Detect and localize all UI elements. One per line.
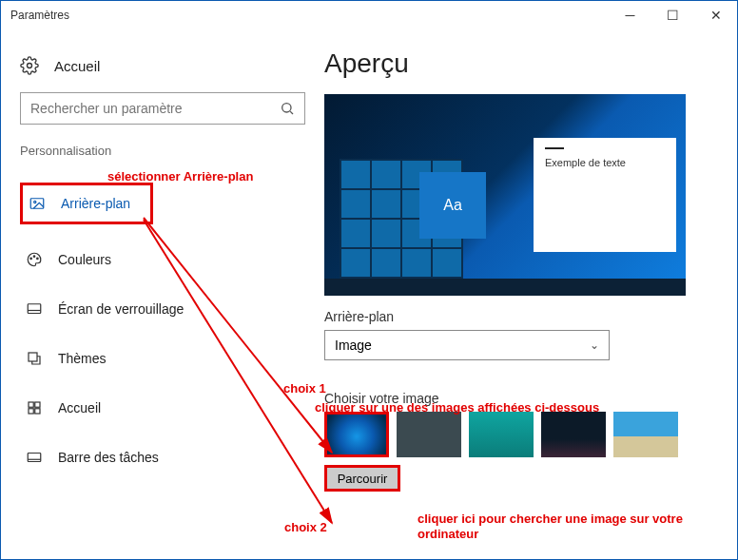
thumbnail-3[interactable] [469,412,534,457]
titlebar: Paramètres ─ ☐ ✕ [1,1,737,29]
svg-point-6 [33,256,35,258]
browse-label: Parcourir [338,472,388,486]
svg-point-0 [28,64,32,68]
svg-rect-10 [29,353,37,361]
browse-button[interactable]: Parcourir [324,465,400,492]
sidebar-item-label: Arrière-plan [61,196,130,211]
svg-rect-8 [28,304,41,314]
thumbnail-4[interactable] [541,412,606,457]
main-panel: Aperçu Aa Exemple de texte Arrière-plan … [324,29,737,557]
window-title: Paramètres [10,9,69,22]
svg-point-1 [282,104,291,112]
chevron-down-icon: ⌄ [590,338,599,352]
svg-rect-12 [35,402,40,407]
taskbar-icon [26,449,43,466]
search-field[interactable] [30,101,280,116]
svg-line-2 [290,111,293,114]
svg-rect-14 [35,409,40,414]
sidebar-item-taskbar[interactable]: Barre des tâches [20,439,305,475]
preview-taskbar [324,279,686,296]
sidebar-home[interactable]: Accueil [20,48,305,92]
sidebar-item-background[interactable]: Arrière-plan [20,183,153,224]
svg-rect-3 [30,199,44,209]
dropdown-value: Image [335,338,372,353]
thumbnail-2[interactable] [397,412,461,457]
sidebar-item-label: Écran de verrouillage [58,301,184,317]
sidebar-item-themes[interactable]: Thèmes [20,340,305,377]
search-icon [280,101,295,116]
image-thumbnails [324,412,709,457]
sidebar-item-lockscreen[interactable]: Écran de verrouillage [20,291,305,327]
thumbnail-1[interactable] [324,412,389,457]
section-title: Personnalisation [20,144,305,158]
preview-aa: Aa [419,172,486,239]
thumbnail-5[interactable] [613,412,678,457]
sidebar-item-start[interactable]: Accueil [20,390,305,426]
themes-icon [26,350,43,367]
sidebar-home-label: Accueil [54,58,100,74]
svg-rect-13 [29,409,33,414]
desktop-preview: Aa Exemple de texte [324,94,686,296]
preview-sample-window: Exemple de texte [534,138,676,252]
start-icon [26,399,43,416]
gear-icon [20,56,39,75]
sidebar-item-colors[interactable]: Couleurs [20,241,305,278]
sidebar: Accueil Personnalisation Arrière-plan Co… [1,29,324,557]
maximize-button[interactable]: ☐ [651,1,694,29]
sidebar-item-label: Barre des tâches [58,450,159,465]
svg-rect-15 [28,454,41,462]
search-input[interactable] [20,92,305,125]
svg-point-4 [34,201,36,203]
choose-image-label: Choisir votre image [324,391,709,406]
svg-point-5 [30,258,32,260]
svg-rect-11 [29,402,33,407]
sidebar-item-label: Accueil [58,400,101,415]
palette-icon [26,251,43,268]
svg-point-7 [37,258,39,260]
background-label: Arrière-plan [324,309,709,324]
window-controls: ─ ☐ ✕ [609,1,737,29]
background-dropdown[interactable]: Image ⌄ [324,330,610,360]
preview-sample-text: Exemple de texte [545,157,626,168]
sidebar-item-label: Thèmes [58,351,107,366]
minimize-button[interactable]: ─ [609,1,651,29]
sidebar-item-label: Couleurs [58,252,111,267]
close-button[interactable]: ✕ [694,1,737,29]
page-title: Aperçu [324,48,709,79]
lockscreen-icon [26,300,43,318]
picture-icon [29,195,46,212]
